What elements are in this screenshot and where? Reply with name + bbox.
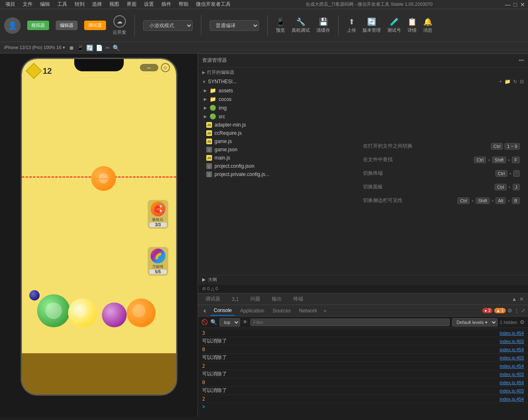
file-adapter[interactable]: JS adapter-min.js — [198, 121, 528, 129]
version-group[interactable]: 🔄 版本管理 — [363, 17, 381, 33]
refresh-icon[interactable]: ↻ — [513, 79, 517, 84]
devtools-tab-application[interactable]: Application — [237, 306, 268, 315]
test-group[interactable]: 🧪 测试号 — [387, 17, 401, 33]
file-ccrequire[interactable]: JS ccRequire.js — [198, 129, 528, 137]
file-src[interactable]: ▶ 🟢 src — [198, 112, 528, 121]
menu-item-view[interactable]: 视图 — [106, 0, 123, 9]
menu-item-select[interactable]: 选择 — [89, 0, 105, 9]
menu-item-settings[interactable]: 设置 — [141, 0, 157, 9]
devtools-tab-console[interactable]: Console — [210, 306, 235, 316]
powerup2-count: 5/5 — [149, 270, 167, 274]
up-icon[interactable]: ▲ — [512, 296, 517, 302]
devtools-detach-icon[interactable]: ⤢ — [521, 307, 526, 314]
console-link-6[interactable]: index.js:454 — [500, 380, 524, 385]
file-project-config[interactable]: {} project.config.json — [198, 162, 528, 170]
settings-icon[interactable]: ⚙ — [507, 307, 512, 314]
console-link-2[interactable]: index.js:454 — [500, 347, 524, 352]
more-icon[interactable]: 🔍 — [113, 45, 120, 51]
rotate-icon[interactable]: 🔄 — [86, 45, 93, 51]
minimize-button[interactable]: — — [504, 1, 511, 8]
console-link-1[interactable]: index.js:403 — [500, 339, 524, 344]
menu-item-tool[interactable]: 工具 — [54, 0, 71, 9]
file-cocos[interactable]: ▶ 📁 cocos — [198, 95, 528, 103]
devtools-tab-network[interactable]: Network — [296, 306, 321, 315]
devtools-tabs: ⏴ Console Application Sources Network » … — [198, 305, 528, 317]
open-editors-section[interactable]: ▶ 打开的编辑器 — [198, 68, 528, 77]
file-game-js[interactable]: JS game.js — [198, 137, 528, 145]
project-private-icon: {} — [206, 171, 212, 177]
close-button[interactable]: ✕ — [519, 1, 526, 8]
level-select[interactable]: Default levels ▾ — [452, 318, 497, 326]
devtools-tab-sources[interactable]: Sources — [269, 306, 294, 315]
devtools-menu-icon[interactable]: ⋮ — [514, 307, 519, 314]
menu-item-edit[interactable]: 编辑 — [37, 0, 53, 9]
crop-icon[interactable]: ✂ — [105, 45, 110, 51]
toolbar-right-publish: ⬆ 上传 🔄 版本管理 🧪 测试号 📋 详情 🔔 消息 — [347, 17, 432, 33]
upload-group[interactable]: ⬆ 上传 — [347, 17, 356, 33]
context-select[interactable]: top — [219, 318, 240, 326]
console-link-5[interactable]: index.js:403 — [500, 372, 524, 377]
file-img[interactable]: ▶ 🟢 img — [198, 103, 528, 112]
menu-item-weixin[interactable]: 微信开发者工具 — [193, 0, 234, 9]
clear-console-icon[interactable]: 🚫 — [201, 319, 208, 325]
file-project-private[interactable]: {} project.private.config.js... — [198, 170, 528, 178]
close-console-icon[interactable]: ✕ — [519, 296, 524, 302]
file-assets[interactable]: ▶ 📁 assets — [198, 86, 528, 95]
record-icon[interactable]: ⏺ — [68, 45, 74, 51]
cloud-icon[interactable]: ☁ — [113, 15, 126, 28]
project-config-label: project.config.json — [214, 163, 255, 169]
console-link-3[interactable]: index.js:403 — [500, 355, 524, 360]
file-game-json[interactable]: {} game.json — [198, 145, 528, 154]
settings-console-icon[interactable]: ⚙ — [520, 319, 525, 325]
tab-output[interactable]: 输出 — [269, 294, 285, 304]
simulator-button[interactable]: 模拟器 — [27, 21, 49, 30]
main-toolbar: 👤 模拟器 编辑器 调试器 ☁ 云开发 小游戏模式 普通编译 📱 预览 🔧 真机… — [0, 9, 528, 42]
menu-item-project[interactable]: 项目 — [2, 0, 19, 9]
clear-cache-group[interactable]: 💾 清缓存 — [316, 17, 330, 33]
device-label[interactable]: iPhone 12/13 (Pro) 100% 16 ▾ — [4, 45, 65, 50]
explorer-more-icon[interactable]: ••• — [519, 58, 524, 63]
project-icons: + 📁 ↻ ⊟ — [499, 79, 524, 84]
remote-debug-group[interactable]: 🔧 真机调试 — [292, 17, 310, 33]
file-main-js[interactable]: JS main.js — [198, 154, 528, 162]
editor-button[interactable]: 编辑器 — [56, 21, 78, 30]
console-link-0[interactable]: index.js:454 — [500, 331, 524, 336]
message-group[interactable]: 🔔 消息 — [423, 17, 432, 33]
details-group[interactable]: 📋 详情 — [408, 17, 417, 33]
ccrequire-js-icon: JS — [206, 130, 212, 136]
menu-btn[interactable]: ••• — [140, 64, 158, 71]
menu-item-file[interactable]: 文件 — [19, 0, 36, 9]
copy-icon[interactable]: 📄 — [96, 45, 103, 51]
collapse-icon[interactable]: ⊟ — [520, 79, 524, 84]
compile-select[interactable]: 普通编译 — [210, 20, 259, 31]
devtools-back-icon[interactable]: ⏴ — [200, 306, 209, 315]
cocos-folder-icon: 📁 — [210, 96, 216, 102]
filter-input[interactable] — [250, 319, 450, 326]
menu-item-help[interactable]: 帮助 — [175, 0, 192, 9]
menu-item-goto[interactable]: 转到 — [71, 0, 88, 9]
key-ctrl-4: Ctrl — [495, 184, 507, 190]
preview-group[interactable]: 📱 预览 — [276, 17, 285, 33]
console-link-8[interactable]: index.js:454 — [500, 397, 524, 401]
game-mode-select[interactable]: 小游戏模式 — [143, 20, 193, 31]
tab-debugger[interactable]: 调试器 — [202, 294, 224, 304]
filter-icon[interactable]: 🔍 — [210, 319, 217, 325]
debugger-button[interactable]: 调试器 — [84, 21, 106, 30]
console-link-4[interactable]: index.js:454 — [500, 364, 524, 368]
device-icon[interactable]: 📱 — [77, 45, 84, 51]
outline-arrow[interactable]: ▶ — [202, 277, 205, 282]
eye-icon[interactable]: 👁 — [243, 319, 248, 325]
new-file-icon[interactable]: + — [499, 79, 502, 84]
devtools-more-icon[interactable]: » — [322, 306, 328, 315]
project-private-label: project.private.config.js... — [214, 171, 269, 177]
powerup2[interactable]: 🌈 万能球 5/5 — [148, 247, 168, 276]
new-folder-icon[interactable]: 📁 — [504, 79, 511, 84]
tab-terminal[interactable]: 终端 — [290, 294, 306, 304]
menu-item-ui[interactable]: 界面 — [123, 0, 140, 9]
console-link-7[interactable]: index.js:403 — [500, 388, 524, 393]
tab-issues[interactable]: 问题 — [247, 294, 264, 304]
menu-item-plugin[interactable]: 插件 — [158, 0, 174, 9]
maximize-button[interactable]: □ — [512, 1, 519, 8]
close-game-btn[interactable]: ⊙ — [161, 63, 170, 72]
powerup1[interactable]: 🧲 吸铁石 3/3 — [148, 200, 168, 229]
